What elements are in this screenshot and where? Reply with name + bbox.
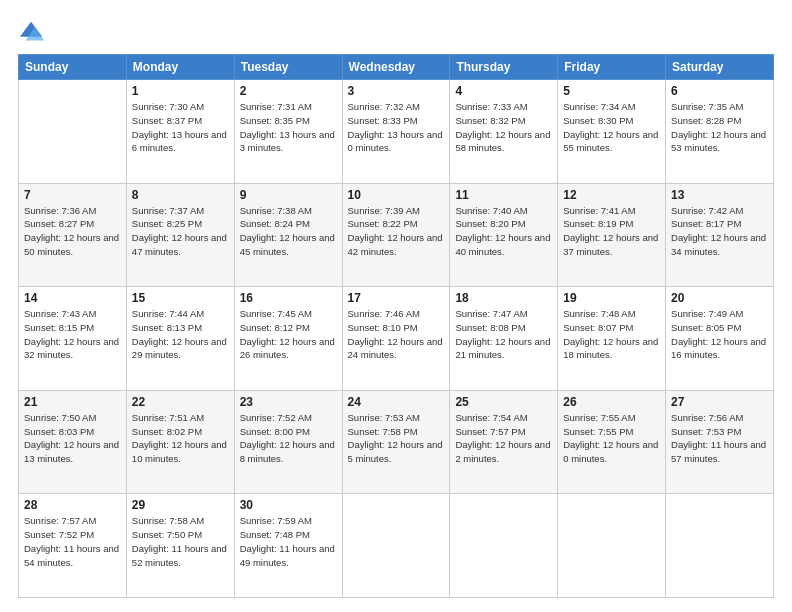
calendar-week-row: 14Sunrise: 7:43 AMSunset: 8:15 PMDayligh…: [19, 287, 774, 391]
calendar-cell: [19, 80, 127, 184]
calendar-cell: 17Sunrise: 7:46 AMSunset: 8:10 PMDayligh…: [342, 287, 450, 391]
weekday-header-thursday: Thursday: [450, 55, 558, 80]
day-number: 15: [132, 291, 229, 305]
day-info: Sunrise: 7:38 AMSunset: 8:24 PMDaylight:…: [240, 204, 337, 259]
day-number: 22: [132, 395, 229, 409]
calendar-cell: 8Sunrise: 7:37 AMSunset: 8:25 PMDaylight…: [126, 183, 234, 287]
weekday-header-monday: Monday: [126, 55, 234, 80]
day-info: Sunrise: 7:57 AMSunset: 7:52 PMDaylight:…: [24, 514, 121, 569]
day-number: 8: [132, 188, 229, 202]
weekday-header-saturday: Saturday: [666, 55, 774, 80]
day-info: Sunrise: 7:34 AMSunset: 8:30 PMDaylight:…: [563, 100, 660, 155]
day-number: 3: [348, 84, 445, 98]
day-number: 5: [563, 84, 660, 98]
calendar-cell: 9Sunrise: 7:38 AMSunset: 8:24 PMDaylight…: [234, 183, 342, 287]
day-info: Sunrise: 7:58 AMSunset: 7:50 PMDaylight:…: [132, 514, 229, 569]
day-number: 29: [132, 498, 229, 512]
day-number: 13: [671, 188, 768, 202]
calendar-cell: 15Sunrise: 7:44 AMSunset: 8:13 PMDayligh…: [126, 287, 234, 391]
calendar-week-row: 28Sunrise: 7:57 AMSunset: 7:52 PMDayligh…: [19, 494, 774, 598]
day-info: Sunrise: 7:52 AMSunset: 8:00 PMDaylight:…: [240, 411, 337, 466]
day-number: 11: [455, 188, 552, 202]
calendar-cell: 14Sunrise: 7:43 AMSunset: 8:15 PMDayligh…: [19, 287, 127, 391]
day-number: 4: [455, 84, 552, 98]
day-info: Sunrise: 7:59 AMSunset: 7:48 PMDaylight:…: [240, 514, 337, 569]
day-info: Sunrise: 7:39 AMSunset: 8:22 PMDaylight:…: [348, 204, 445, 259]
calendar-week-row: 7Sunrise: 7:36 AMSunset: 8:27 PMDaylight…: [19, 183, 774, 287]
calendar-cell: 10Sunrise: 7:39 AMSunset: 8:22 PMDayligh…: [342, 183, 450, 287]
logo: [18, 18, 50, 46]
day-info: Sunrise: 7:49 AMSunset: 8:05 PMDaylight:…: [671, 307, 768, 362]
calendar-cell: 26Sunrise: 7:55 AMSunset: 7:55 PMDayligh…: [558, 390, 666, 494]
calendar-cell: 11Sunrise: 7:40 AMSunset: 8:20 PMDayligh…: [450, 183, 558, 287]
day-number: 24: [348, 395, 445, 409]
day-info: Sunrise: 7:56 AMSunset: 7:53 PMDaylight:…: [671, 411, 768, 466]
calendar-table: SundayMondayTuesdayWednesdayThursdayFrid…: [18, 54, 774, 598]
calendar-cell: 30Sunrise: 7:59 AMSunset: 7:48 PMDayligh…: [234, 494, 342, 598]
day-number: 18: [455, 291, 552, 305]
day-info: Sunrise: 7:46 AMSunset: 8:10 PMDaylight:…: [348, 307, 445, 362]
day-info: Sunrise: 7:33 AMSunset: 8:32 PMDaylight:…: [455, 100, 552, 155]
calendar-cell: 12Sunrise: 7:41 AMSunset: 8:19 PMDayligh…: [558, 183, 666, 287]
logo-icon: [18, 18, 46, 46]
day-info: Sunrise: 7:51 AMSunset: 8:02 PMDaylight:…: [132, 411, 229, 466]
day-number: 10: [348, 188, 445, 202]
day-info: Sunrise: 7:30 AMSunset: 8:37 PMDaylight:…: [132, 100, 229, 155]
calendar-cell: 28Sunrise: 7:57 AMSunset: 7:52 PMDayligh…: [19, 494, 127, 598]
calendar-cell: 25Sunrise: 7:54 AMSunset: 7:57 PMDayligh…: [450, 390, 558, 494]
calendar-cell: 13Sunrise: 7:42 AMSunset: 8:17 PMDayligh…: [666, 183, 774, 287]
day-info: Sunrise: 7:48 AMSunset: 8:07 PMDaylight:…: [563, 307, 660, 362]
calendar-cell: 24Sunrise: 7:53 AMSunset: 7:58 PMDayligh…: [342, 390, 450, 494]
day-number: 6: [671, 84, 768, 98]
weekday-header-wednesday: Wednesday: [342, 55, 450, 80]
day-info: Sunrise: 7:41 AMSunset: 8:19 PMDaylight:…: [563, 204, 660, 259]
calendar-cell: 18Sunrise: 7:47 AMSunset: 8:08 PMDayligh…: [450, 287, 558, 391]
calendar-cell: [666, 494, 774, 598]
day-info: Sunrise: 7:45 AMSunset: 8:12 PMDaylight:…: [240, 307, 337, 362]
day-info: Sunrise: 7:53 AMSunset: 7:58 PMDaylight:…: [348, 411, 445, 466]
header: [18, 18, 774, 46]
weekday-header-sunday: Sunday: [19, 55, 127, 80]
day-number: 2: [240, 84, 337, 98]
day-number: 26: [563, 395, 660, 409]
day-info: Sunrise: 7:35 AMSunset: 8:28 PMDaylight:…: [671, 100, 768, 155]
weekday-header-friday: Friday: [558, 55, 666, 80]
day-info: Sunrise: 7:40 AMSunset: 8:20 PMDaylight:…: [455, 204, 552, 259]
day-number: 23: [240, 395, 337, 409]
day-info: Sunrise: 7:31 AMSunset: 8:35 PMDaylight:…: [240, 100, 337, 155]
day-info: Sunrise: 7:42 AMSunset: 8:17 PMDaylight:…: [671, 204, 768, 259]
day-number: 12: [563, 188, 660, 202]
calendar-cell: 3Sunrise: 7:32 AMSunset: 8:33 PMDaylight…: [342, 80, 450, 184]
calendar-cell: [450, 494, 558, 598]
weekday-header-tuesday: Tuesday: [234, 55, 342, 80]
calendar-cell: 7Sunrise: 7:36 AMSunset: 8:27 PMDaylight…: [19, 183, 127, 287]
day-info: Sunrise: 7:47 AMSunset: 8:08 PMDaylight:…: [455, 307, 552, 362]
weekday-header-row: SundayMondayTuesdayWednesdayThursdayFrid…: [19, 55, 774, 80]
day-number: 9: [240, 188, 337, 202]
day-info: Sunrise: 7:54 AMSunset: 7:57 PMDaylight:…: [455, 411, 552, 466]
day-info: Sunrise: 7:55 AMSunset: 7:55 PMDaylight:…: [563, 411, 660, 466]
day-number: 20: [671, 291, 768, 305]
calendar-cell: 1Sunrise: 7:30 AMSunset: 8:37 PMDaylight…: [126, 80, 234, 184]
day-number: 1: [132, 84, 229, 98]
calendar-cell: 20Sunrise: 7:49 AMSunset: 8:05 PMDayligh…: [666, 287, 774, 391]
day-number: 14: [24, 291, 121, 305]
calendar-cell: [342, 494, 450, 598]
calendar-cell: 16Sunrise: 7:45 AMSunset: 8:12 PMDayligh…: [234, 287, 342, 391]
calendar-cell: 5Sunrise: 7:34 AMSunset: 8:30 PMDaylight…: [558, 80, 666, 184]
calendar-cell: 2Sunrise: 7:31 AMSunset: 8:35 PMDaylight…: [234, 80, 342, 184]
calendar-cell: 6Sunrise: 7:35 AMSunset: 8:28 PMDaylight…: [666, 80, 774, 184]
calendar-cell: 23Sunrise: 7:52 AMSunset: 8:00 PMDayligh…: [234, 390, 342, 494]
day-number: 27: [671, 395, 768, 409]
page: SundayMondayTuesdayWednesdayThursdayFrid…: [0, 0, 792, 612]
day-number: 30: [240, 498, 337, 512]
calendar-week-row: 21Sunrise: 7:50 AMSunset: 8:03 PMDayligh…: [19, 390, 774, 494]
calendar-week-row: 1Sunrise: 7:30 AMSunset: 8:37 PMDaylight…: [19, 80, 774, 184]
calendar-cell: 27Sunrise: 7:56 AMSunset: 7:53 PMDayligh…: [666, 390, 774, 494]
day-number: 17: [348, 291, 445, 305]
calendar-cell: 19Sunrise: 7:48 AMSunset: 8:07 PMDayligh…: [558, 287, 666, 391]
day-info: Sunrise: 7:43 AMSunset: 8:15 PMDaylight:…: [24, 307, 121, 362]
day-info: Sunrise: 7:37 AMSunset: 8:25 PMDaylight:…: [132, 204, 229, 259]
calendar-cell: 21Sunrise: 7:50 AMSunset: 8:03 PMDayligh…: [19, 390, 127, 494]
day-number: 7: [24, 188, 121, 202]
